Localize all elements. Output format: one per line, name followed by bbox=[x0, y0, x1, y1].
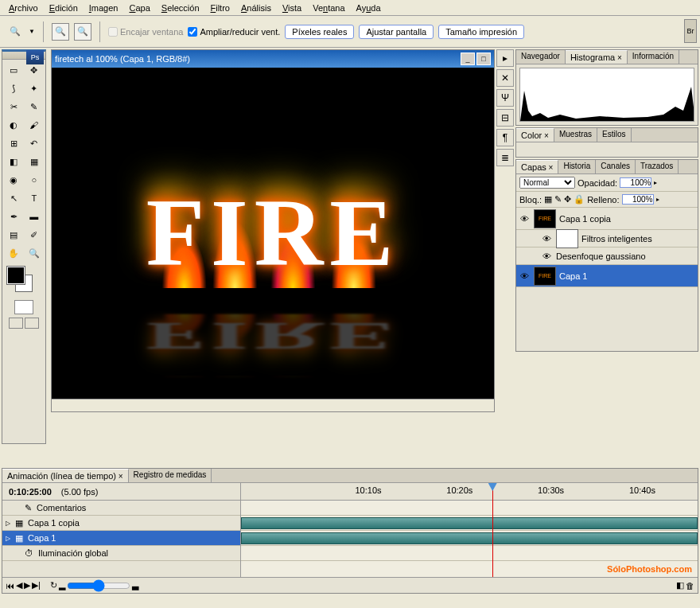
layer-row-selected[interactable]: 👁 FIRE Capa 1 bbox=[516, 265, 698, 287]
menu-help[interactable]: Ayuda bbox=[351, 2, 387, 14]
clip[interactable] bbox=[241, 532, 698, 544]
dodge-tool[interactable]: ○ bbox=[25, 171, 45, 189]
eraser-tool[interactable]: ◧ bbox=[4, 153, 24, 170]
tab-color[interactable]: Color × bbox=[516, 128, 554, 142]
fill-flyout[interactable]: ▸ bbox=[656, 196, 659, 203]
menu-select[interactable]: Selección bbox=[156, 2, 205, 14]
blend-mode-select[interactable]: Normal bbox=[519, 177, 575, 189]
quick-mask-toggle[interactable] bbox=[2, 298, 45, 316]
close-icon[interactable]: × bbox=[119, 472, 123, 481]
close-icon[interactable]: × bbox=[549, 163, 554, 172]
rewind-button[interactable]: ⏮ bbox=[6, 581, 14, 590]
toolbox-header[interactable]: Ps bbox=[2, 52, 45, 60]
menu-file[interactable]: Archivo bbox=[3, 2, 44, 14]
visibility-icon[interactable]: 👁 bbox=[540, 250, 553, 263]
slice-tool[interactable]: ✎ bbox=[25, 98, 45, 115]
expand-icon[interactable]: ▷ bbox=[6, 535, 10, 542]
zoom-tool[interactable]: 🔍 bbox=[25, 244, 45, 262]
playhead[interactable] bbox=[492, 483, 493, 577]
timeline-track[interactable] bbox=[241, 501, 698, 516]
dock-clone-icon[interactable]: ≣ bbox=[496, 149, 514, 166]
opacity-flyout[interactable]: ▸ bbox=[654, 179, 657, 186]
menu-edit[interactable]: Edición bbox=[44, 2, 84, 14]
lasso-tool[interactable]: ⟆ bbox=[4, 80, 24, 97]
close-icon[interactable]: × bbox=[617, 53, 622, 62]
zoom-slider[interactable] bbox=[67, 579, 130, 592]
bridge-button[interactable]: Br bbox=[684, 19, 697, 43]
play-button[interactable]: ▶ bbox=[24, 580, 30, 590]
tab-info[interactable]: Información bbox=[628, 50, 679, 64]
layer-row[interactable]: 👁 Desenfoque gaussiano bbox=[516, 247, 698, 265]
zoom-in-icon[interactable]: 🔍 bbox=[52, 23, 69, 41]
tab-paths[interactable]: Trazados bbox=[636, 160, 679, 173]
type-tool[interactable]: T bbox=[25, 189, 45, 207]
brush-tool[interactable]: 🖌 bbox=[25, 116, 45, 134]
timeline-row-comments[interactable]: ✎ Comentarios bbox=[2, 501, 240, 516]
menu-view[interactable]: Vista bbox=[277, 2, 307, 14]
gradient-tool[interactable]: ▦ bbox=[25, 153, 45, 170]
zoom-tool-icon[interactable]: 🔍 bbox=[6, 23, 24, 41]
hand-tool[interactable]: ✋ bbox=[4, 244, 24, 262]
lock-move-icon[interactable]: ✥ bbox=[564, 194, 571, 205]
zoom-out-tl[interactable]: ▂ bbox=[59, 580, 65, 590]
pen-tool[interactable]: ✒ bbox=[4, 208, 24, 225]
tab-styles[interactable]: Estilos bbox=[597, 128, 631, 142]
timecode[interactable]: 0:10:25:00 bbox=[9, 487, 52, 497]
scrollbar-h[interactable] bbox=[52, 399, 494, 411]
close-icon[interactable]: × bbox=[544, 131, 549, 140]
tab-measurement[interactable]: Registro de medidas bbox=[129, 469, 212, 482]
tab-navigator[interactable]: Navegador bbox=[516, 50, 566, 64]
tab-channels[interactable]: Canales bbox=[596, 160, 636, 173]
path-tool[interactable]: ↖ bbox=[4, 189, 24, 207]
tab-swatches[interactable]: Muestras bbox=[554, 128, 597, 142]
color-swatch[interactable] bbox=[2, 263, 45, 298]
timeline-ruler[interactable]: 10:10s 10:20s 10:30s 10:40s bbox=[241, 483, 698, 501]
tab-animation[interactable]: Animación (línea de tiempo) × bbox=[2, 469, 129, 482]
color-body[interactable] bbox=[516, 142, 698, 157]
print-size-button[interactable]: Tamaño impresión bbox=[438, 25, 524, 39]
clip[interactable] bbox=[241, 517, 698, 529]
tab-history[interactable]: Historia bbox=[558, 160, 596, 173]
expand-icon[interactable]: ▷ bbox=[6, 520, 10, 527]
visibility-icon[interactable]: 👁 bbox=[518, 270, 531, 283]
prev-frame-button[interactable]: ◀ bbox=[16, 580, 22, 590]
fit-window-checkbox[interactable]: Encajar ventana bbox=[108, 27, 184, 37]
resize-window-check-input[interactable] bbox=[188, 27, 197, 37]
visibility-icon[interactable]: 👁 bbox=[518, 212, 531, 225]
menu-filter[interactable]: Filtro bbox=[205, 2, 235, 14]
move-tool[interactable]: ✥ bbox=[25, 61, 45, 79]
document-titlebar[interactable]: firetech al 100% (Capa 1, RGB/8#) _ □ bbox=[52, 50, 494, 68]
minimize-button[interactable]: _ bbox=[461, 53, 475, 65]
timeline-track[interactable] bbox=[241, 516, 698, 531]
tool-preset-dropdown[interactable]: ▼ bbox=[29, 28, 35, 35]
dock-tools-icon[interactable]: ✕ bbox=[496, 69, 514, 87]
maximize-button[interactable]: □ bbox=[476, 53, 491, 65]
shape-tool[interactable]: ▬ bbox=[25, 208, 45, 225]
layer-row[interactable]: 👁 Filtros inteligentes bbox=[516, 230, 698, 247]
screenmode-std-icon[interactable] bbox=[9, 318, 23, 329]
dock-brush-icon[interactable]: ⊟ bbox=[496, 109, 514, 127]
dock-char-icon[interactable]: Ψ bbox=[496, 89, 514, 107]
fit-window-check-input[interactable] bbox=[108, 27, 118, 37]
fill-input[interactable] bbox=[622, 194, 654, 205]
marquee-tool[interactable]: ▭ bbox=[4, 61, 24, 79]
canvas[interactable]: FIRE FIRE bbox=[52, 68, 494, 399]
opacity-input[interactable] bbox=[620, 177, 651, 188]
lock-trans-icon[interactable]: ▦ bbox=[544, 194, 552, 205]
tab-layers[interactable]: Capas × bbox=[516, 160, 558, 173]
dock-para-icon[interactable]: ¶ bbox=[496, 129, 514, 146]
fit-screen-button[interactable]: Ajustar pantalla bbox=[359, 25, 434, 39]
timeline-track[interactable] bbox=[241, 531, 698, 546]
timeline-row[interactable]: ⏱ Iluminación global bbox=[2, 546, 240, 561]
history-brush-tool[interactable]: ↶ bbox=[25, 134, 45, 152]
wand-tool[interactable]: ✦ bbox=[25, 80, 45, 97]
onion-button[interactable]: ◧ bbox=[676, 580, 684, 590]
screenmode-full-icon[interactable] bbox=[25, 318, 39, 329]
crop-tool[interactable]: ✂ bbox=[4, 98, 24, 115]
visibility-icon[interactable]: 👁 bbox=[540, 232, 553, 245]
resize-window-checkbox[interactable]: Ampliar/reducir vent. bbox=[188, 27, 280, 37]
tab-histogram[interactable]: Histograma × bbox=[566, 50, 628, 64]
dock-play-icon[interactable]: ▸ bbox=[496, 49, 514, 67]
actual-pixels-button[interactable]: Píxeles reales bbox=[285, 25, 354, 39]
loop-button[interactable]: ↻ bbox=[50, 580, 57, 590]
